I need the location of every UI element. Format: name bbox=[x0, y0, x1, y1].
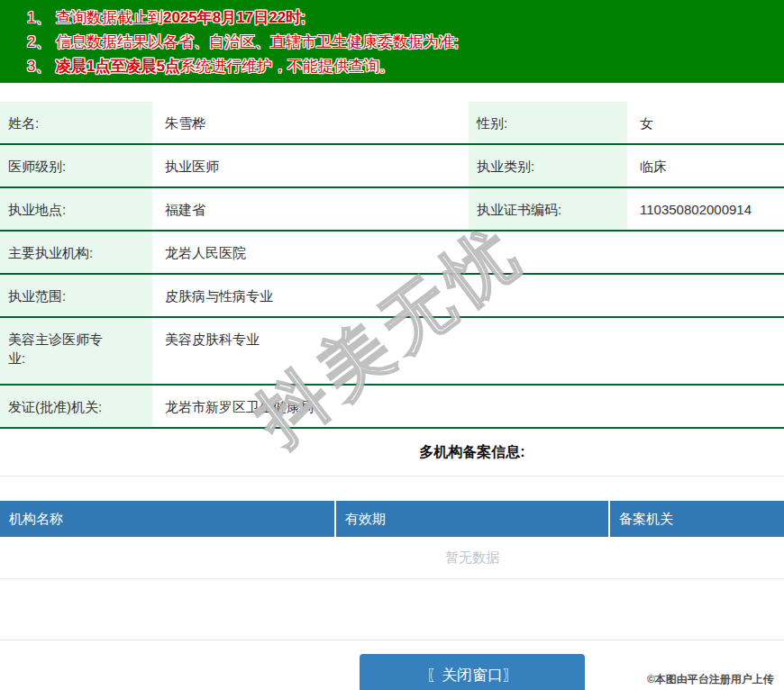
row-label-cosmetic-specialty: 美容主诊医师专 业: bbox=[0, 318, 152, 384]
notice-text: 查询数据截止到 bbox=[56, 9, 163, 26]
empty-state-text: 暂无数据 bbox=[0, 537, 784, 579]
query-result-page: 1、查询数据截止到2025年8月17日22时; 2、信息数据结果以各省、自治区、… bbox=[0, 0, 784, 690]
row-label-doctor-level: 医师级别: bbox=[0, 145, 152, 186]
row-label-issuing-authority: 发证(批准)机关: bbox=[0, 386, 152, 427]
table-row: 主要执业机构: 龙岩人民医院 bbox=[0, 232, 784, 275]
notice-line-2: 2、信息数据结果以各省、自治区、直辖市卫生健康委数据为准; bbox=[27, 30, 784, 54]
org-table-header-institution-name: 机构名称 bbox=[0, 501, 334, 537]
notice-number: 1、 bbox=[27, 5, 56, 30]
row-label-practice-scope: 执业范围: bbox=[0, 275, 152, 316]
notice-banner: 1、查询数据截止到2025年8月17日22时; 2、信息数据结果以各省、自治区、… bbox=[0, 0, 784, 83]
row-value-practice-category: 临床 bbox=[627, 145, 784, 186]
doctor-profile-table: 姓名: 朱雪桦 性别: 女 医师级别: 执业医师 执业类别: 临床 执业地点: … bbox=[0, 102, 784, 429]
row-label-main-institution: 主要执业机构: bbox=[0, 232, 152, 273]
org-table-header: 机构名称 有效期 备案机关 bbox=[0, 501, 784, 537]
table-row: 发证(批准)机关: 龙岩市新罗区卫生健康局 bbox=[0, 386, 784, 429]
row-label-practice-location: 执业地点: bbox=[0, 188, 152, 230]
notice-line-3: 3、凌晨1点至凌晨5点系统进行维护，不能提供查询。 bbox=[27, 54, 784, 78]
row-value-practice-location: 福建省 bbox=[152, 188, 469, 230]
row-label-gender: 性别: bbox=[469, 102, 627, 143]
multi-org-heading: 多机构备案信息: bbox=[0, 429, 784, 477]
org-table-header-record-authority: 备案机关 bbox=[608, 501, 784, 537]
row-label-practice-category: 执业类别: bbox=[469, 145, 627, 186]
upload-copyright-watermark: ©本图由平台注册用户上传 bbox=[647, 672, 774, 687]
table-row: 姓名: 朱雪桦 性别: 女 bbox=[0, 102, 784, 145]
table-row: 执业范围: 皮肤病与性病专业 bbox=[0, 275, 784, 318]
row-value-practice-scope: 皮肤病与性病专业 bbox=[152, 275, 784, 316]
table-row: 美容主诊医师专 业: 美容皮肤科专业 bbox=[0, 318, 784, 386]
notice-line-1: 1、查询数据截止到2025年8月17日22时; bbox=[27, 5, 784, 30]
row-value-certificate-code: 110350802000914 bbox=[627, 188, 784, 230]
org-table-header-validity-period: 有效期 bbox=[334, 501, 608, 537]
row-label-certificate-code: 执业证书编码: bbox=[469, 188, 627, 230]
row-value-cosmetic-specialty: 美容皮肤科专业 bbox=[152, 318, 784, 384]
table-row: 执业地点: 福建省 执业证书编码: 110350802000914 bbox=[0, 188, 784, 232]
notice-number: 3、 bbox=[27, 54, 56, 78]
row-label-name: 姓名: bbox=[0, 102, 152, 143]
row-value-gender: 女 bbox=[627, 102, 784, 143]
table-row: 医师级别: 执业医师 执业类别: 临床 bbox=[0, 145, 784, 188]
notice-text-bold: 2025年8月17日22时 bbox=[163, 9, 301, 26]
notice-text: 信息数据结果以各省、自治区、直辖市卫生健康委数据为准; bbox=[56, 33, 459, 50]
notice-text: ; bbox=[301, 9, 305, 26]
notice-text: 系统进行维护，不能提供查询。 bbox=[180, 58, 395, 75]
row-value-main-institution: 龙岩人民医院 bbox=[152, 232, 784, 273]
notice-text-bold: 凌晨1点至凌晨5点 bbox=[56, 58, 180, 75]
notice-number: 2、 bbox=[27, 30, 56, 54]
close-window-button[interactable]: 〖关闭窗口〗 bbox=[360, 654, 585, 690]
row-value-doctor-level: 执业医师 bbox=[152, 145, 469, 186]
row-value-issuing-authority: 龙岩市新罗区卫生健康局 bbox=[152, 386, 784, 427]
row-value-name: 朱雪桦 bbox=[152, 102, 469, 143]
